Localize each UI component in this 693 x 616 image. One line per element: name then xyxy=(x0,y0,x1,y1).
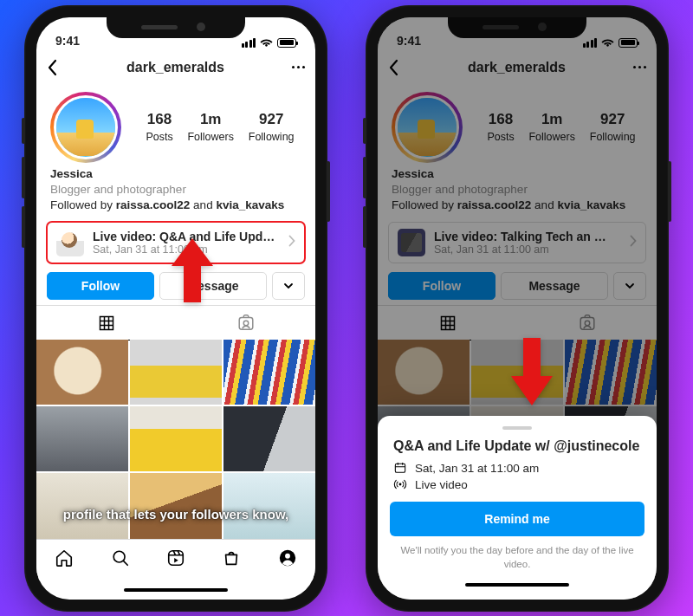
live-detail-sheet: Q&A and Life Update w/ @justinecole Sat,… xyxy=(378,416,657,599)
username-title: dark_emeralds xyxy=(126,60,224,75)
follow-button[interactable]: Follow xyxy=(47,272,154,300)
live-thumbnail xyxy=(56,229,84,256)
phone-right: 9:41 dark_emeralds xyxy=(366,5,669,612)
sheet-title: Q&A and Life Update w/ @justinecole xyxy=(393,438,641,454)
home-indicator xyxy=(393,577,641,593)
chevron-right-icon xyxy=(288,235,295,250)
posts-grid xyxy=(36,340,315,538)
svg-rect-8 xyxy=(395,464,405,473)
back-button[interactable] xyxy=(47,59,59,76)
phone-left: 9:41 dark_emeralds xyxy=(24,5,327,612)
svg-point-5 xyxy=(285,554,290,559)
suggested-dropdown-button[interactable] xyxy=(272,272,305,300)
home-icon xyxy=(55,548,74,567)
search-icon xyxy=(111,548,130,567)
post-thumbnail[interactable] xyxy=(223,340,315,405)
battery-icon xyxy=(277,38,296,48)
svg-point-9 xyxy=(399,483,402,486)
post-thumbnail[interactable] xyxy=(130,473,222,538)
profile-icon xyxy=(278,548,297,567)
chevron-down-icon xyxy=(283,281,294,291)
home-indicator xyxy=(36,580,315,600)
post-thumbnail[interactable] xyxy=(130,340,222,405)
post-thumbnail[interactable] xyxy=(36,473,128,538)
avatar xyxy=(54,95,118,159)
notch xyxy=(107,17,245,38)
bio: Jessica Blogger and photographer Followe… xyxy=(36,165,315,216)
nav-home[interactable] xyxy=(55,548,74,571)
calendar-icon xyxy=(393,461,407,475)
nav-shop[interactable] xyxy=(222,548,241,571)
shop-icon xyxy=(222,548,241,567)
remind-me-button[interactable]: Remind me xyxy=(390,502,644,536)
wifi-icon xyxy=(260,38,273,48)
stat-followers[interactable]: 1m Followers xyxy=(187,111,234,144)
nav-search[interactable] xyxy=(111,548,130,571)
profile-tabs xyxy=(36,305,315,340)
svg-rect-0 xyxy=(239,317,253,329)
sheet-datetime: Sat, Jan 31 at 11:00 am xyxy=(393,461,641,475)
cellular-icon xyxy=(242,38,256,48)
bottom-nav xyxy=(36,539,315,580)
post-thumbnail[interactable] xyxy=(36,406,128,471)
stat-posts[interactable]: 168 Posts xyxy=(146,111,172,144)
tab-grid[interactable] xyxy=(36,306,176,340)
stat-following[interactable]: 927 Following xyxy=(249,111,295,144)
grid-icon xyxy=(98,314,115,332)
tab-tagged[interactable] xyxy=(176,306,315,340)
bio-text: Blogger and photographer xyxy=(50,182,301,198)
sheet-grabber[interactable] xyxy=(502,426,532,430)
reels-icon xyxy=(166,548,185,567)
sheet-note: We'll notify you the day before and the … xyxy=(398,544,636,571)
broadcast-icon xyxy=(393,477,407,491)
live-datetime: Sat, Jan 31 at 11:00 am xyxy=(93,243,280,256)
story-ring[interactable] xyxy=(50,92,121,163)
scheduled-live-card[interactable]: Live video: Q&A and Life Updat… Sat, Jan… xyxy=(47,222,305,263)
profile-header: dark_emeralds xyxy=(36,49,315,87)
sheet-type: Live video xyxy=(393,477,641,491)
profile-summary: 168 Posts 1m Followers 927 Following xyxy=(36,87,315,165)
nav-profile[interactable] xyxy=(278,548,297,571)
post-thumbnail[interactable] xyxy=(223,406,315,471)
more-options-button[interactable] xyxy=(292,66,305,68)
svg-rect-3 xyxy=(169,551,184,566)
nav-reels[interactable] xyxy=(166,548,185,571)
message-button[interactable]: Message xyxy=(159,272,267,300)
live-title: Live video: Q&A and Life Updat… xyxy=(93,230,280,243)
status-time: 9:41 xyxy=(55,34,80,48)
followed-by: Followed by raissa.cool22 and kvia_kavak… xyxy=(50,198,301,213)
tagged-icon xyxy=(236,314,256,333)
post-thumbnail[interactable] xyxy=(36,340,128,405)
post-thumbnail[interactable] xyxy=(130,406,222,471)
display-name: Jessica xyxy=(50,166,301,182)
post-thumbnail[interactable] xyxy=(223,473,315,538)
svg-point-1 xyxy=(243,321,249,326)
